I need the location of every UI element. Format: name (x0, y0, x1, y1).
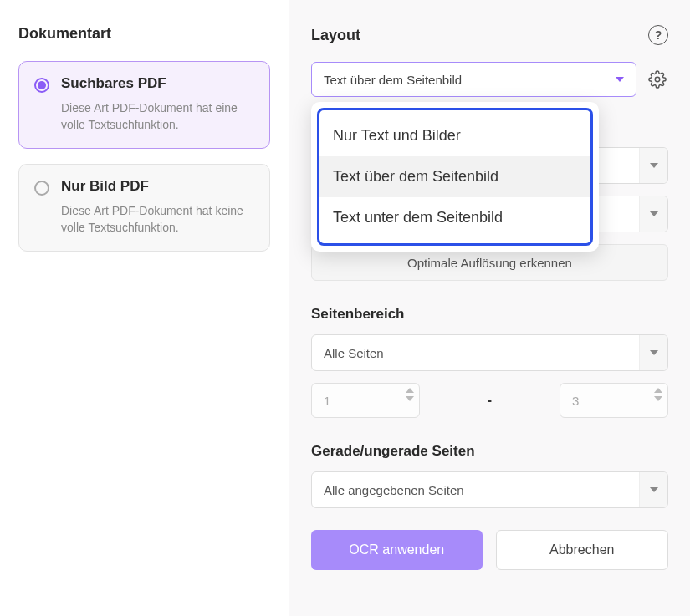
page-range-title: Seitenbereich (311, 306, 668, 323)
layout-dropdown-inner: Nur Text und Bilder Text über dem Seiten… (317, 108, 593, 246)
page-to-input[interactable]: 3 (560, 383, 668, 418)
doc-option-title: Nur Bild PDF (61, 178, 254, 195)
layout-header: Layout ? (311, 25, 668, 45)
chevron-down-icon (650, 211, 658, 216)
odd-even-select-field[interactable]: Alle angegebenen Seiten (311, 471, 668, 508)
chevron-down-icon (650, 350, 658, 355)
stepper-up-icon[interactable] (406, 388, 414, 393)
page-from-input[interactable]: 1 (311, 383, 420, 418)
settings-button[interactable] (647, 69, 668, 90)
page-range-select-value: Alle Seiten (324, 346, 384, 360)
gear-icon (648, 70, 667, 89)
range-dash: - (428, 393, 551, 408)
doc-option-desc: Diese Art PDF-Dokument hat keine volle T… (61, 203, 254, 236)
stepper-down-icon[interactable] (654, 396, 662, 401)
caret-box (639, 148, 667, 183)
chevron-down-icon (650, 487, 658, 492)
odd-even-select-value: Alle angegebenen Seiten (324, 483, 464, 497)
stepper[interactable] (654, 388, 662, 401)
caret-box (639, 196, 667, 232)
page-range-select-field[interactable]: Alle Seiten (311, 334, 668, 371)
page-from-value: 1 (324, 394, 330, 408)
footer-buttons: OCR anwenden Abbrechen (311, 530, 668, 570)
page-range-numbers: 1 - 3 (311, 383, 668, 418)
doc-option-title: Suchbares PDF (61, 75, 254, 92)
dropdown-item[interactable]: Text unter dem Seitenbild (319, 197, 590, 238)
layout-select[interactable]: Text über dem Seitenbild (311, 62, 636, 97)
layout-select-row: Text über dem Seitenbild Nur Text und Bi… (311, 62, 668, 97)
doc-option-content: Nur Bild PDF Diese Art PDF-Dokument hat … (61, 178, 254, 236)
help-icon[interactable]: ? (648, 25, 668, 45)
apply-ocr-button[interactable]: OCR anwenden (311, 530, 483, 570)
chevron-down-icon (650, 163, 658, 168)
dropdown-item[interactable]: Text über dem Seitenbild (319, 156, 590, 197)
layout-dropdown: Nur Text und Bilder Text über dem Seiten… (311, 102, 599, 252)
doc-option-content: Suchbares PDF Diese Art PDF-Dokument hat… (61, 75, 254, 133)
cancel-button[interactable]: Abbrechen (496, 530, 669, 570)
doc-option-searchable-pdf[interactable]: Suchbares PDF Diese Art PDF-Dokument hat… (18, 61, 270, 149)
caret-down-icon (616, 77, 624, 82)
layout-select-wrap: Text über dem Seitenbild Nur Text und Bi… (311, 62, 636, 97)
page-range-select[interactable]: Alle Seiten (311, 334, 668, 371)
stepper-down-icon[interactable] (406, 396, 414, 401)
left-panel: Dokumentart Suchbares PDF Diese Art PDF-… (0, 0, 289, 616)
svg-point-0 (655, 77, 660, 82)
layout-select-value: Text über dem Seitenbild (324, 73, 462, 87)
dropdown-item[interactable]: Nur Text und Bilder (319, 115, 590, 156)
radio-icon (34, 78, 49, 93)
radio-icon (34, 181, 49, 196)
caret-box (639, 335, 667, 370)
page-to-value: 3 (572, 394, 579, 408)
odd-even-select[interactable]: Alle angegebenen Seiten (311, 471, 668, 508)
right-panel: Layout ? Text über dem Seitenbild Nur Te… (289, 0, 690, 616)
dokumentart-title: Dokumentart (18, 25, 270, 43)
layout-title: Layout (311, 27, 360, 44)
stepper-up-icon[interactable] (654, 388, 662, 393)
odd-even-title: Gerade/ungerade Seiten (311, 443, 668, 460)
doc-option-image-pdf[interactable]: Nur Bild PDF Diese Art PDF-Dokument hat … (18, 164, 270, 252)
doc-option-desc: Diese Art PDF-Dokument hat eine volle Te… (61, 100, 254, 133)
stepper[interactable] (406, 388, 414, 401)
caret-box (639, 472, 667, 507)
